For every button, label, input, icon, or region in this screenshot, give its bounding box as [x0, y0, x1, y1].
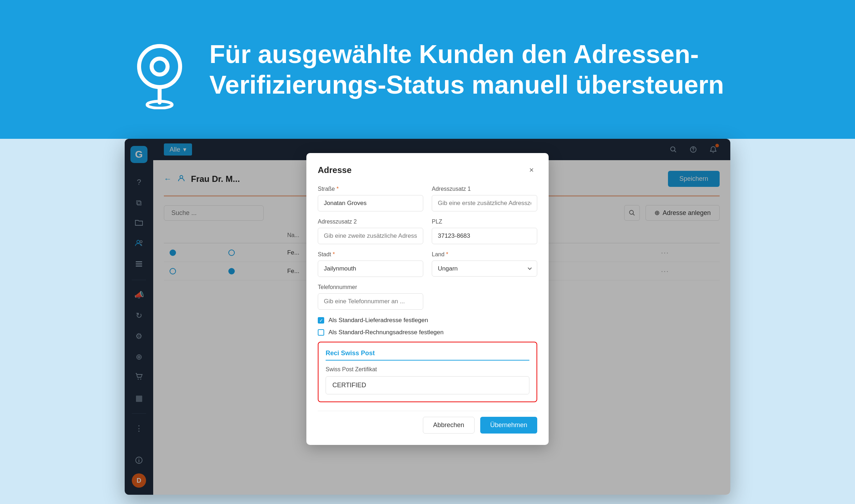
checkbox-lieferadresse: ✓ Als Standard-Lieferadresse festlegen — [318, 317, 537, 324]
content-area: G ? ⧉ — [0, 139, 855, 504]
land-select[interactable]: Ungarn Deutschland Österreich Schweiz — [432, 261, 537, 277]
modal-close-button[interactable]: × — [526, 164, 537, 176]
reci-cert-value: CERTIFIED — [326, 376, 529, 394]
form-row-2: Adresszusatz 2 PLZ — [318, 219, 537, 244]
form-group-plz: PLZ — [432, 219, 537, 244]
address-modal: Adresse × Straße * — [306, 153, 549, 445]
form-group-adresszusatz2: Adresszusatz 2 — [318, 219, 423, 244]
strasse-input[interactable] — [318, 195, 423, 211]
modal-footer: Abbrechen Übernehmen — [318, 411, 537, 434]
svg-point-0 — [139, 46, 180, 87]
modal-title: Adresse — [318, 165, 352, 175]
app-window: G ? ⧉ — [125, 139, 730, 495]
form-group-adresszusatz1: Adresszusatz 1 — [432, 186, 537, 211]
telefon-input[interactable] — [318, 293, 423, 310]
modal-overlay: Adresse × Straße * — [153, 139, 730, 495]
checkbox-rechnungsadresse-input[interactable] — [318, 329, 324, 336]
banner: Für ausgewählte Kunden den Adressen- Ver… — [0, 0, 855, 139]
checkbox-lieferadresse-input[interactable]: ✓ — [318, 317, 324, 324]
reci-title: Reci Swiss Post — [326, 350, 529, 361]
svg-point-2 — [147, 101, 172, 108]
form-row-4: Telefonnummer — [318, 284, 537, 310]
lieferadresse-label: Als Standard-Lieferadresse festlegen — [328, 317, 428, 324]
main-panel: Alle ▾ ← — [153, 139, 730, 495]
stadt-label: Stadt * — [318, 251, 423, 258]
adresszusatz2-label: Adresszusatz 2 — [318, 219, 423, 225]
svg-point-1 — [151, 59, 167, 75]
cancel-button[interactable]: Abbrechen — [423, 417, 475, 434]
form-group-empty — [432, 284, 537, 310]
reci-swiss-post-section: Reci Swiss Post Swiss Post Zertifikat CE… — [318, 342, 537, 402]
check-icon: ✓ — [319, 318, 323, 323]
adresszusatz2-input[interactable] — [318, 228, 423, 244]
modal-header: Adresse × — [318, 164, 537, 176]
rechnungsadresse-label: Als Standard-Rechnungsadresse festlegen — [328, 329, 444, 336]
location-icon — [131, 41, 188, 98]
land-label: Land * — [432, 251, 537, 258]
stadt-input[interactable] — [318, 261, 423, 277]
form-row-1: Straße * Adresszusatz 1 — [318, 186, 537, 211]
banner-headline: Für ausgewählte Kunden den Adressen- Ver… — [209, 39, 724, 100]
form-group-stadt: Stadt * — [318, 251, 423, 277]
form-group-telefon: Telefonnummer — [318, 284, 423, 310]
plz-input[interactable] — [432, 228, 537, 244]
form-group-strasse: Straße * — [318, 186, 423, 211]
telefon-label: Telefonnummer — [318, 284, 423, 290]
form-row-3: Stadt * Land * Ungarn — [318, 251, 537, 277]
adresszusatz1-label: Adresszusatz 1 — [432, 186, 537, 192]
plz-label: PLZ — [432, 219, 537, 225]
strasse-label: Straße * — [318, 186, 423, 192]
form-group-land: Land * Ungarn Deutschland Österreich Sch… — [432, 251, 537, 277]
adresszusatz1-input[interactable] — [432, 195, 537, 211]
reci-cert-label: Swiss Post Zertifikat — [326, 366, 529, 373]
checkbox-rechnungsadresse: Als Standard-Rechnungsadresse festlegen — [318, 329, 537, 336]
confirm-button[interactable]: Übernehmen — [480, 417, 537, 434]
